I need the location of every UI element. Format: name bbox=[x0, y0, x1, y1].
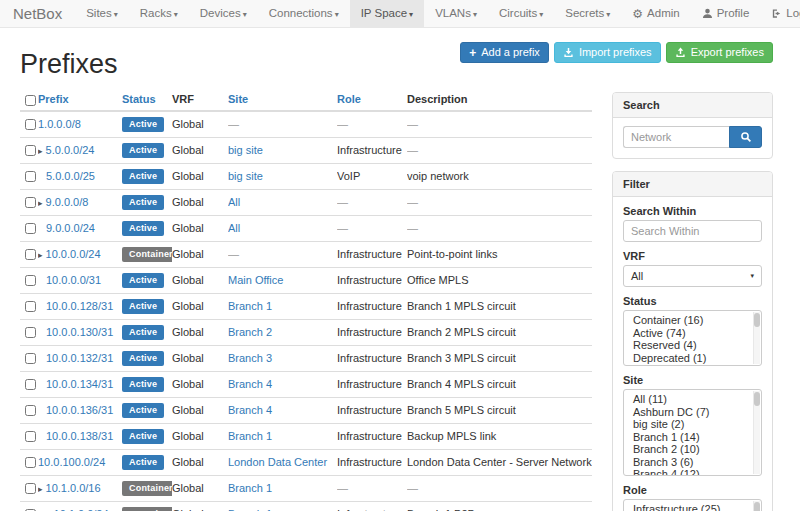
prefix-link[interactable]: 9.0.0.0/24 bbox=[46, 222, 95, 234]
site-link[interactable]: Branch 2 bbox=[228, 326, 272, 338]
prefix-link[interactable]: 10.0.0.0/31 bbox=[46, 274, 101, 286]
vrf-select[interactable]: All▾ bbox=[623, 265, 762, 287]
listbox-option[interactable]: Container (16) bbox=[624, 314, 761, 327]
site-cell: Branch 1 bbox=[228, 293, 337, 319]
scrollbar-track[interactable] bbox=[753, 312, 760, 364]
row-checkbox[interactable] bbox=[25, 119, 36, 130]
prefix-link[interactable]: 5.0.0.0/25 bbox=[46, 170, 95, 182]
row-checkbox[interactable] bbox=[25, 483, 36, 494]
prefix-link[interactable]: 10.0.0.132/31 bbox=[46, 352, 113, 364]
nav-item-profile[interactable]: Profile bbox=[691, 0, 761, 27]
prefix-link[interactable]: 10.0.0.128/31 bbox=[46, 300, 113, 312]
prefix-link[interactable]: 10.1.0.0/16 bbox=[46, 482, 101, 494]
role-listbox[interactable]: Infrastructure (25)Management (8)Private… bbox=[623, 499, 762, 511]
row-checkbox[interactable] bbox=[25, 327, 36, 338]
nav-item-devices[interactable]: Devices▾ bbox=[189, 0, 258, 27]
navbar-brand[interactable]: NetBox bbox=[0, 0, 75, 27]
row-checkbox[interactable] bbox=[25, 275, 36, 286]
site-link[interactable]: Main Office bbox=[228, 274, 283, 286]
listbox-option[interactable]: Branch 4 (12) bbox=[624, 468, 761, 476]
search-input[interactable] bbox=[623, 126, 729, 148]
listbox-option[interactable]: Infrastructure (25) bbox=[624, 503, 761, 511]
row-checkbox[interactable] bbox=[25, 457, 36, 468]
vrf-cell: Global bbox=[172, 163, 228, 189]
site-link[interactable]: Branch 1 bbox=[228, 300, 272, 312]
prefix-link[interactable]: 10.0.0.136/31 bbox=[46, 404, 113, 416]
column-header-status[interactable]: Status bbox=[122, 89, 172, 111]
row-checkbox-cell bbox=[20, 241, 38, 267]
scrollbar-track[interactable] bbox=[753, 391, 760, 474]
site-listbox[interactable]: All (11)Ashburn DC (7)big site (2)Branch… bbox=[623, 389, 762, 476]
search-button[interactable] bbox=[729, 126, 762, 148]
role-value: — bbox=[337, 196, 348, 208]
listbox-option[interactable]: Branch 1 (14) bbox=[624, 431, 761, 444]
listbox-option[interactable]: Deprecated (1) bbox=[624, 352, 761, 365]
row-checkbox[interactable] bbox=[25, 379, 36, 390]
site-link[interactable]: All bbox=[228, 196, 240, 208]
site-link[interactable]: big site bbox=[228, 144, 263, 156]
nav-item-secrets[interactable]: Secrets▾ bbox=[554, 0, 621, 27]
site-link[interactable]: Branch 1 bbox=[228, 430, 272, 442]
nav-item-circuits[interactable]: Circuits▾ bbox=[488, 0, 554, 27]
site-link[interactable]: big site bbox=[228, 170, 263, 182]
prefix-link[interactable]: 1.0.0.0/8 bbox=[38, 118, 81, 130]
scrollbar-thumb[interactable] bbox=[754, 502, 760, 511]
scrollbar-thumb[interactable] bbox=[754, 392, 760, 406]
listbox-option[interactable]: Active (74) bbox=[624, 327, 761, 340]
nav-item-vlans[interactable]: VLANs▾ bbox=[424, 0, 488, 27]
scrollbar-track[interactable] bbox=[753, 501, 760, 511]
listbox-option[interactable]: big site (2) bbox=[624, 418, 761, 431]
row-checkbox[interactable] bbox=[25, 405, 36, 416]
prefix-link[interactable]: 10.0.0.0/24 bbox=[46, 248, 101, 260]
status-badge: Active bbox=[122, 351, 164, 366]
nav-item-sites[interactable]: Sites▾ bbox=[75, 0, 129, 27]
chevron-down-icon: ▾ bbox=[114, 10, 118, 19]
table-row: ▸10.1.0.0/16ContainerGlobalBranch 1—— bbox=[20, 475, 592, 501]
add-a-prefix-button[interactable]: +Add a prefix bbox=[460, 42, 549, 63]
row-checkbox[interactable] bbox=[25, 431, 36, 442]
site-link[interactable]: Branch 3 bbox=[228, 352, 272, 364]
column-header-role[interactable]: Role bbox=[337, 89, 407, 111]
prefix-link[interactable]: 10.0.100.0/24 bbox=[38, 456, 105, 468]
nav-item-admin[interactable]: ⚙Admin bbox=[621, 0, 690, 27]
site-link[interactable]: Branch 4 bbox=[228, 378, 272, 390]
site-link[interactable]: All bbox=[228, 222, 240, 234]
listbox-option[interactable]: Branch 2 (10) bbox=[624, 443, 761, 456]
nav-item-connections[interactable]: Connections▾ bbox=[258, 0, 350, 27]
row-checkbox[interactable] bbox=[25, 197, 36, 208]
listbox-option[interactable]: All (11) bbox=[624, 393, 761, 406]
nav-item-ip-space[interactable]: IP Space▾ bbox=[350, 0, 424, 27]
search-within-input[interactable] bbox=[623, 220, 762, 242]
row-checkbox[interactable] bbox=[25, 171, 36, 182]
status-badge: Container bbox=[122, 247, 172, 262]
scrollbar-thumb[interactable] bbox=[754, 313, 760, 327]
import-prefixes-button[interactable]: Import prefixes bbox=[554, 42, 661, 63]
row-checkbox[interactable] bbox=[25, 249, 36, 260]
logout-icon bbox=[771, 8, 782, 19]
site-link[interactable]: London Data Center bbox=[228, 456, 327, 468]
listbox-option[interactable]: Branch 3 (6) bbox=[624, 456, 761, 469]
nav-item-log-out[interactable]: Log out bbox=[760, 0, 800, 27]
site-link[interactable]: Branch 4 bbox=[228, 404, 272, 416]
listbox-option[interactable]: Reserved (4) bbox=[624, 339, 761, 352]
nav-item-racks[interactable]: Racks▾ bbox=[129, 0, 189, 27]
export-prefixes-button[interactable]: Export prefixes bbox=[666, 42, 773, 63]
prefix-link[interactable]: 10.0.0.130/31 bbox=[46, 326, 113, 338]
row-checkbox[interactable] bbox=[25, 223, 36, 234]
prefix-link[interactable]: 9.0.0.0/8 bbox=[46, 196, 89, 208]
row-checkbox[interactable] bbox=[25, 301, 36, 312]
select-all-checkbox[interactable] bbox=[25, 95, 36, 106]
prefix-link[interactable]: 10.0.0.138/31 bbox=[46, 430, 113, 442]
row-checkbox[interactable] bbox=[25, 145, 36, 156]
description-cell: Office MPLS bbox=[407, 267, 592, 293]
column-header-site[interactable]: Site bbox=[228, 89, 337, 111]
prefix-link[interactable]: 5.0.0.0/24 bbox=[46, 144, 95, 156]
row-checkbox[interactable] bbox=[25, 353, 36, 364]
column-header-prefix[interactable]: Prefix bbox=[38, 89, 122, 111]
table-row: ▸9.0.0.0/8ActiveGlobalAll—— bbox=[20, 189, 592, 215]
status-listbox[interactable]: Container (16)Active (74)Reserved (4)Dep… bbox=[623, 310, 762, 366]
prefix-link[interactable]: 10.0.0.134/31 bbox=[46, 378, 113, 390]
site-link[interactable]: Branch 1 bbox=[228, 482, 272, 494]
nav-item-label: Sites bbox=[86, 7, 112, 19]
listbox-option[interactable]: Ashburn DC (7) bbox=[624, 406, 761, 419]
